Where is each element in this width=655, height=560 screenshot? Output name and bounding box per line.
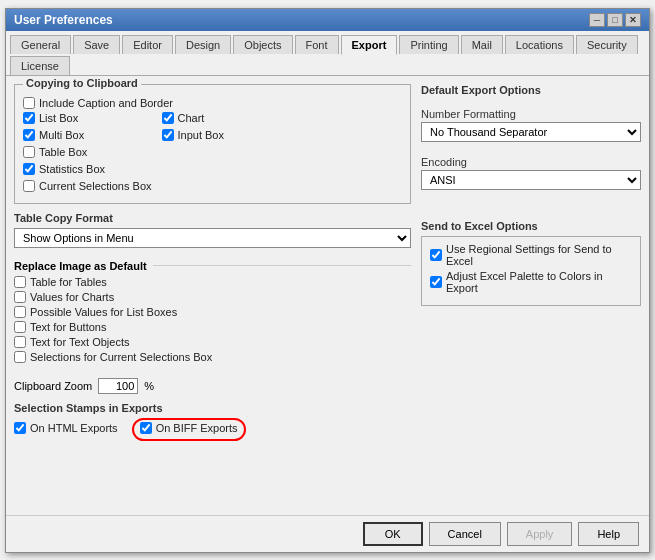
title-bar-buttons: ─ □ ✕ xyxy=(589,13,641,27)
left-panel: Copying to Clipboard Include Caption and… xyxy=(14,84,411,507)
tab-design[interactable]: Design xyxy=(175,35,231,54)
tab-editor[interactable]: Editor xyxy=(122,35,173,54)
footer: OK Cancel Apply Help xyxy=(6,515,649,552)
selections-checkbox[interactable] xyxy=(14,351,26,363)
right-panel: Default Export Options Number Formatting… xyxy=(421,84,641,507)
use-regional-row: Use Regional Settings for Send to Excel xyxy=(430,243,632,267)
tab-mail[interactable]: Mail xyxy=(461,35,503,54)
selections-row: Selections for Current Selections Box xyxy=(14,351,411,363)
table-copy-dropdown[interactable]: Show Options in Menu HTML Plain Text Str… xyxy=(14,228,411,248)
statistics-box-checkbox[interactable] xyxy=(23,163,35,175)
table-for-tables-row: Table for Tables xyxy=(14,276,411,288)
maximize-button[interactable]: □ xyxy=(607,13,623,27)
window-title: User Preferences xyxy=(14,13,113,27)
chart-checkbox[interactable] xyxy=(162,112,174,124)
default-export-title: Default Export Options xyxy=(421,84,641,96)
clipboard-zoom-label: Clipboard Zoom xyxy=(14,380,92,392)
ok-button[interactable]: OK xyxy=(363,522,423,546)
tab-font[interactable]: Font xyxy=(295,35,339,54)
use-regional-checkbox[interactable] xyxy=(430,249,442,261)
send-to-excel-group: Use Regional Settings for Send to Excel … xyxy=(421,236,641,306)
on-biff-checkbox[interactable] xyxy=(140,422,152,434)
tab-printing[interactable]: Printing xyxy=(399,35,458,54)
tab-export[interactable]: Export xyxy=(341,35,398,55)
stamps-section: Selection Stamps in Exports On HTML Expo… xyxy=(14,402,411,441)
send-to-excel-section: Send to Excel Options Use Regional Setti… xyxy=(421,220,641,306)
statistics-box-label: Statistics Box xyxy=(39,163,105,175)
input-box-label: Input Box xyxy=(178,129,224,141)
apply-button[interactable]: Apply xyxy=(507,522,573,546)
send-to-excel-title: Send to Excel Options xyxy=(421,220,641,232)
list-box-row: List Box xyxy=(23,112,152,124)
help-button[interactable]: Help xyxy=(578,522,639,546)
table-copy-title: Table Copy Format xyxy=(14,212,411,224)
adjust-palette-label: Adjust Excel Palette to Colors in Export xyxy=(446,270,632,294)
current-selections-label: Current Selections Box xyxy=(39,180,152,192)
stamps-section-title: Selection Stamps in Exports xyxy=(14,402,411,414)
tab-general[interactable]: General xyxy=(10,35,71,54)
values-for-charts-label: Values for Charts xyxy=(30,291,114,303)
include-caption-label: Include Caption and Border xyxy=(39,97,173,109)
encoding-section: Encoding ANSI UTF-8 UTF-16 xyxy=(421,156,641,190)
number-format-dropdown[interactable]: No Thousand Separator System Separator T… xyxy=(421,122,641,142)
multi-box-checkbox[interactable] xyxy=(23,129,35,141)
selections-label: Selections for Current Selections Box xyxy=(30,351,212,363)
adjust-palette-row: Adjust Excel Palette to Colors in Export xyxy=(430,270,632,294)
left-col: List Box Multi Box Table Box xyxy=(23,112,152,195)
text-for-buttons-row: Text for Buttons xyxy=(14,321,411,333)
table-copy-section: Table Copy Format Show Options in Menu H… xyxy=(14,212,411,248)
clipboard-zoom-unit: % xyxy=(144,380,154,392)
clipboard-zoom-input[interactable] xyxy=(98,378,138,394)
stamps-row: On HTML Exports On BIFF Exports xyxy=(14,418,411,441)
content-area: Copying to Clipboard Include Caption and… xyxy=(6,76,649,515)
clipboard-group-title: Copying to Clipboard xyxy=(23,77,141,89)
right-col: Chart Input Box xyxy=(162,112,224,195)
table-box-row: Table Box xyxy=(23,146,152,158)
multi-box-row: Multi Box xyxy=(23,129,152,141)
cancel-button[interactable]: Cancel xyxy=(429,522,501,546)
current-selections-row: Current Selections Box xyxy=(23,180,152,192)
use-regional-label: Use Regional Settings for Send to Excel xyxy=(446,243,632,267)
text-for-text-label: Text for Text Objects xyxy=(30,336,129,348)
values-for-charts-row: Values for Charts xyxy=(14,291,411,303)
encoding-label: Encoding xyxy=(421,156,641,168)
clipboard-zoom-row: Clipboard Zoom % xyxy=(14,378,411,394)
current-selections-checkbox[interactable] xyxy=(23,180,35,192)
possible-values-row: Possible Values for List Boxes xyxy=(14,306,411,318)
number-format-label: Number Formatting xyxy=(421,108,641,120)
text-for-buttons-label: Text for Buttons xyxy=(30,321,106,333)
text-for-text-checkbox[interactable] xyxy=(14,336,26,348)
tabs-bar: General Save Editor Design Objects Font … xyxy=(6,31,649,76)
minimize-button[interactable]: ─ xyxy=(589,13,605,27)
values-for-charts-checkbox[interactable] xyxy=(14,291,26,303)
text-for-buttons-checkbox[interactable] xyxy=(14,321,26,333)
multi-box-label: Multi Box xyxy=(39,129,84,141)
list-box-checkbox[interactable] xyxy=(23,112,35,124)
possible-values-checkbox[interactable] xyxy=(14,306,26,318)
include-caption-checkbox[interactable] xyxy=(23,97,35,109)
on-biff-label: On BIFF Exports xyxy=(156,422,238,434)
statistics-box-row: Statistics Box xyxy=(23,163,152,175)
table-for-tables-checkbox[interactable] xyxy=(14,276,26,288)
adjust-palette-checkbox[interactable] xyxy=(430,276,442,288)
input-box-row: Input Box xyxy=(162,129,224,141)
encoding-dropdown[interactable]: ANSI UTF-8 UTF-16 xyxy=(421,170,641,190)
tab-save[interactable]: Save xyxy=(73,35,120,54)
on-biff-row: On BIFF Exports xyxy=(140,422,238,434)
close-button[interactable]: ✕ xyxy=(625,13,641,27)
table-box-label: Table Box xyxy=(39,146,87,158)
title-bar: User Preferences ─ □ ✕ xyxy=(6,9,649,31)
table-box-checkbox[interactable] xyxy=(23,146,35,158)
tab-locations[interactable]: Locations xyxy=(505,35,574,54)
number-format-section: Number Formatting No Thousand Separator … xyxy=(421,108,641,142)
input-box-checkbox[interactable] xyxy=(162,129,174,141)
replace-image-title-row: Replace Image as Default xyxy=(14,260,411,272)
chart-row: Chart xyxy=(162,112,224,124)
tab-security[interactable]: Security xyxy=(576,35,638,54)
on-html-checkbox[interactable] xyxy=(14,422,26,434)
include-caption-row: Include Caption and Border xyxy=(23,97,402,109)
tab-objects[interactable]: Objects xyxy=(233,35,292,54)
chart-label: Chart xyxy=(178,112,205,124)
tab-license[interactable]: License xyxy=(10,56,70,75)
on-html-label: On HTML Exports xyxy=(30,422,118,434)
